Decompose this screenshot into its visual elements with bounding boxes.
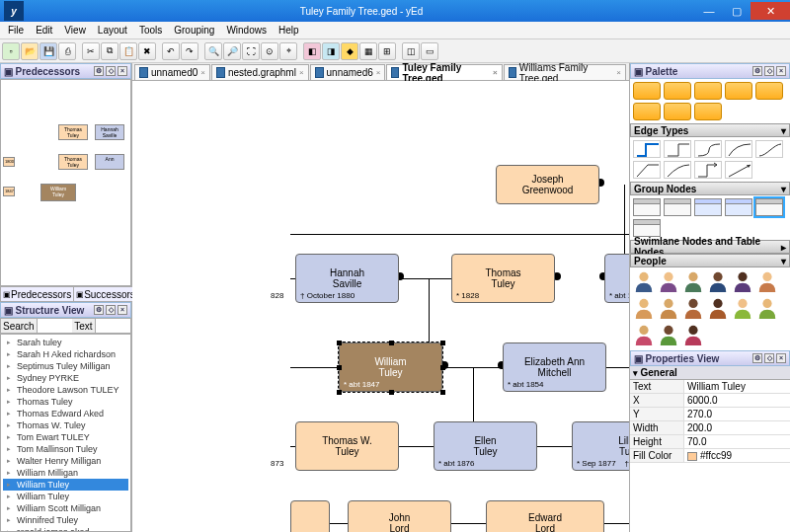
palette-edge[interactable] xyxy=(725,161,752,179)
graph-canvas[interactable]: JosephGreenwoodJaneMidgleyHannahSaville†… xyxy=(132,81,629,532)
property-row[interactable]: Fill Color#ffcc99 xyxy=(630,449,790,463)
print-button[interactable]: ⎙ xyxy=(58,42,76,60)
structure-tree[interactable]: Sarah tuleySarah H Aked richardsonSeptim… xyxy=(0,334,131,532)
layout1-button[interactable]: ◧ xyxy=(303,42,321,60)
palette-edge[interactable] xyxy=(725,140,752,158)
document-tab[interactable]: unnamed6× xyxy=(310,64,386,80)
palette-person[interactable] xyxy=(732,297,753,321)
tab-close-icon[interactable]: × xyxy=(616,68,621,77)
document-tab[interactable]: Williams Family Tree.ged× xyxy=(504,64,626,80)
text-input[interactable] xyxy=(96,319,130,333)
palette-person[interactable] xyxy=(682,270,704,294)
graph-node-edward[interactable]: EdwardLord* Dec 1911 † 1983 xyxy=(486,500,604,532)
tree-item[interactable]: Sarah H Aked richardson xyxy=(3,348,128,360)
graph-node-thomasw[interactable]: Thomas W.Tuley873 xyxy=(295,421,399,471)
zoom-out-button[interactable]: 🔎 xyxy=(223,42,241,60)
palette-edge[interactable] xyxy=(664,161,691,179)
menu-grouping[interactable]: Grouping xyxy=(168,23,220,38)
property-row[interactable]: Height70.0 xyxy=(630,435,790,449)
menu-file[interactable]: File xyxy=(2,23,30,38)
panel-min-icon[interactable]: ◇ xyxy=(106,66,116,76)
palette-person[interactable] xyxy=(732,270,753,294)
predecessors-header[interactable]: ▣ Predecessors ⚙◇× xyxy=(0,63,131,79)
prop-value[interactable]: 270.0 xyxy=(684,408,790,420)
tree-item[interactable]: William Tuley xyxy=(3,491,128,502)
prop-value[interactable]: 70.0 xyxy=(684,435,790,448)
palette-group[interactable] xyxy=(633,198,661,216)
tree-item[interactable]: William Tuley xyxy=(3,479,128,491)
palette-edge[interactable] xyxy=(633,161,661,179)
menu-edit[interactable]: Edit xyxy=(30,23,58,38)
panel-close-icon[interactable]: × xyxy=(776,66,786,76)
panel-close-icon[interactable]: × xyxy=(118,66,127,76)
palette-person[interactable] xyxy=(633,324,655,347)
tab-predecessors[interactable]: ▣ Predecessors xyxy=(1,287,74,301)
graph-node-ellen[interactable]: EllenTuley* abt 1876 xyxy=(434,421,537,471)
tree-item[interactable]: ronald james aked xyxy=(3,526,128,532)
property-row[interactable]: Y270.0 xyxy=(630,408,790,421)
undo-button[interactable]: ↶ xyxy=(162,42,180,60)
panel-min-icon[interactable]: ◇ xyxy=(764,66,774,76)
property-row[interactable]: X6000.0 xyxy=(630,394,790,408)
layout3-button[interactable]: ◆ xyxy=(341,42,358,60)
paste-button[interactable]: 📋 xyxy=(119,42,137,60)
tree-item[interactable]: Tom Mallinson Tuley xyxy=(3,443,128,455)
palette-node[interactable] xyxy=(633,103,661,120)
tree-item[interactable]: Thomas Edward Aked xyxy=(3,408,128,419)
layout2-button[interactable]: ◨ xyxy=(322,42,340,60)
graph-node-joseph[interactable]: JosephGreenwood xyxy=(496,165,599,204)
palette-person[interactable] xyxy=(682,324,704,347)
palette-node[interactable] xyxy=(694,82,722,100)
graph-node-n1999[interactable]: 1999 xyxy=(290,500,330,532)
menu-help[interactable]: Help xyxy=(273,23,305,38)
menu-view[interactable]: View xyxy=(58,23,92,38)
palette-person[interactable] xyxy=(756,270,778,294)
menu-windows[interactable]: Windows xyxy=(220,23,273,38)
minimize-button[interactable]: — xyxy=(695,2,723,20)
cut-button[interactable]: ✂ xyxy=(82,42,100,60)
palette-edge[interactable] xyxy=(664,140,691,158)
tree-item[interactable]: William Milligan xyxy=(3,467,128,479)
open-button[interactable]: 📂 xyxy=(21,42,39,60)
palette-person[interactable] xyxy=(658,324,679,347)
menu-layout[interactable]: Layout xyxy=(92,23,133,38)
menu-tools[interactable]: Tools xyxy=(133,23,168,38)
document-tab[interactable]: unnamed0× xyxy=(134,64,210,80)
close-button[interactable]: ✕ xyxy=(750,2,790,20)
new-button[interactable]: ▫ xyxy=(2,42,20,60)
tree-item[interactable]: Thomas Tuley xyxy=(3,396,128,408)
people-header[interactable]: People▾ xyxy=(630,254,790,267)
palette-group[interactable] xyxy=(725,198,752,216)
palette-header[interactable]: ▣ Palette ⚙◇× xyxy=(630,63,790,79)
tree-item[interactable]: Sydney PYRKE xyxy=(3,372,128,384)
palette-group[interactable] xyxy=(694,198,722,216)
tree-item[interactable]: Tom Ewart TULEY xyxy=(3,431,128,443)
tree-item[interactable]: Thomas W. Tuley xyxy=(3,419,128,431)
graph-node-hannah[interactable]: HannahSaville† October 1880828 xyxy=(295,254,399,303)
edge-types-header[interactable]: Edge Types▾ xyxy=(630,123,790,137)
panel-min-icon[interactable]: ◇ xyxy=(106,305,116,315)
zoom-select-button[interactable]: ⌖ xyxy=(279,42,297,60)
palette-person[interactable] xyxy=(658,297,679,321)
property-row[interactable]: Width200.0 xyxy=(630,421,790,435)
graph-node-ann[interactable]: AnnGreenwood* abt 1830 xyxy=(604,254,629,303)
zoom-reset-button[interactable]: ⊙ xyxy=(261,42,278,60)
palette-node[interactable] xyxy=(725,82,752,100)
properties-header[interactable]: ▣ Properties View ⚙◇× xyxy=(630,350,790,366)
panel-gear-icon[interactable]: ⚙ xyxy=(94,66,104,76)
tree-item[interactable]: Sarah tuley xyxy=(3,337,128,348)
palette-edge[interactable] xyxy=(694,140,722,158)
palette-person[interactable] xyxy=(707,297,729,321)
group-nodes-header[interactable]: Group Nodes▾ xyxy=(630,182,790,195)
tab-successors[interactable]: ▣ Successors xyxy=(74,287,138,301)
layout5-button[interactable]: ▭ xyxy=(421,42,438,60)
palette-person[interactable] xyxy=(756,297,778,321)
prop-value[interactable]: 6000.0 xyxy=(684,394,790,407)
prop-group-general[interactable]: ▾ General xyxy=(630,366,790,380)
search-input[interactable] xyxy=(38,319,72,333)
document-tab[interactable]: Tuley Family Tree.ged× xyxy=(386,64,502,80)
save-button[interactable]: 💾 xyxy=(40,42,57,60)
palette-node[interactable] xyxy=(694,103,722,120)
document-tab[interactable]: nested.graphml× xyxy=(211,64,309,80)
tab-close-icon[interactable]: × xyxy=(299,68,304,77)
